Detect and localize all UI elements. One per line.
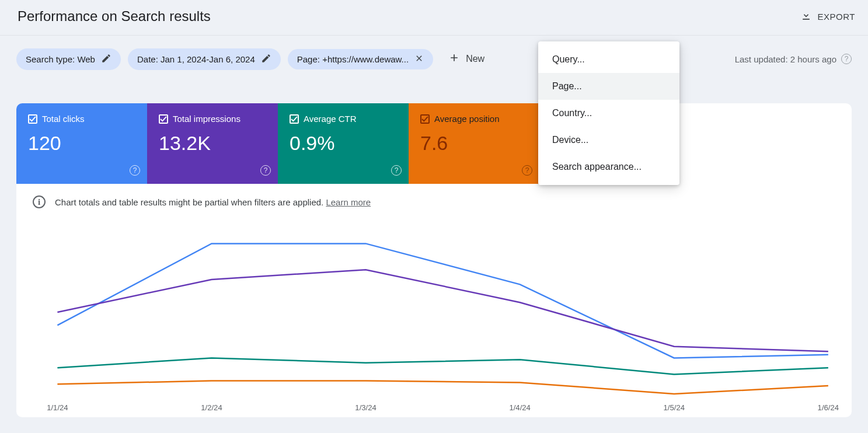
filter-chip-label: Date: Jan 1, 2024-Jan 6, 2024 <box>137 54 255 64</box>
chart-line <box>57 270 828 351</box>
metric-label: Total impressions <box>173 114 240 124</box>
metric-label: Average CTR <box>304 114 357 124</box>
page-title: Performance on Search results <box>18 8 211 25</box>
metric-value: 7.6 <box>420 132 528 155</box>
metric-card-clicks[interactable]: Total clicks 120 ? <box>16 103 147 184</box>
help-icon[interactable]: ? <box>260 165 271 176</box>
dropdown-item-device[interactable]: Device... <box>538 127 679 153</box>
chart-x-label: 1/2/24 <box>201 403 222 412</box>
help-icon[interactable]: ? <box>130 165 140 176</box>
performance-chart: 1/1/241/2/241/3/241/4/241/5/241/6/24 <box>28 225 840 417</box>
help-icon[interactable]: ? <box>391 165 402 176</box>
new-filter-label: New <box>466 54 484 64</box>
help-icon[interactable]: ? <box>522 165 532 176</box>
notice-text: Chart totals and table results might be … <box>55 197 326 207</box>
metric-card-impressions[interactable]: Total impressions 13.2K ? <box>147 103 278 184</box>
dropdown-item-query[interactable]: Query... <box>538 46 679 73</box>
chart-line <box>57 243 828 358</box>
chart-x-label: 1/4/24 <box>509 403 530 412</box>
checkbox-icon[interactable] <box>159 114 168 124</box>
dropdown-item-search-appearance[interactable]: Search appearance... <box>538 153 679 180</box>
new-filter-dropdown: Query... Page... Country... Device... Se… <box>538 41 679 185</box>
learn-more-link[interactable]: Learn more <box>326 197 371 207</box>
chart-line <box>57 381 828 394</box>
filter-chip-label: Page: +https://www.dewaw... <box>297 54 409 64</box>
filter-chip-search-type[interactable]: Search type: Web <box>16 48 121 70</box>
chart-line <box>57 358 828 374</box>
checkbox-icon[interactable] <box>28 114 37 124</box>
help-icon[interactable]: ? <box>841 54 852 64</box>
chart-x-label: 1/3/24 <box>355 403 376 412</box>
metric-label: Total clicks <box>42 114 85 124</box>
chart-x-label: 1/1/24 <box>47 403 68 412</box>
metric-card-position[interactable]: Average position 7.6 ? <box>409 103 539 184</box>
filter-chip-page[interactable]: Page: +https://www.dewaw... <box>288 49 433 69</box>
dropdown-item-page[interactable]: Page... <box>538 73 679 100</box>
pencil-icon <box>261 53 271 65</box>
pencil-icon <box>101 53 111 65</box>
filter-chip-label: Search type: Web <box>26 54 95 64</box>
info-icon: i <box>33 195 46 208</box>
partial-data-notice: Chart totals and table results might be … <box>55 197 371 207</box>
last-updated-text: Last updated: 2 hours ago <box>735 54 836 64</box>
dropdown-item-country[interactable]: Country... <box>538 100 679 127</box>
performance-card: Total clicks 120 ? Total impressions 13.… <box>16 103 852 417</box>
download-icon <box>800 10 812 23</box>
export-button[interactable]: EXPORT <box>800 10 855 23</box>
metric-label: Average position <box>434 114 499 124</box>
filter-chip-date[interactable]: Date: Jan 1, 2024-Jan 6, 2024 <box>128 48 281 70</box>
checkbox-icon[interactable] <box>420 114 430 124</box>
new-filter-button[interactable]: New <box>440 47 493 71</box>
metric-value: 13.2K <box>159 132 266 155</box>
metric-value: 120 <box>28 132 135 155</box>
metric-card-ctr[interactable]: Average CTR 0.9% ? <box>278 103 409 184</box>
metric-value: 0.9% <box>290 132 397 155</box>
close-icon[interactable] <box>414 54 424 65</box>
export-label: EXPORT <box>818 12 855 22</box>
chart-x-label: 1/5/24 <box>664 403 685 412</box>
checkbox-icon[interactable] <box>290 114 299 124</box>
last-updated: Last updated: 2 hours ago ? <box>735 54 852 64</box>
plus-icon <box>448 52 460 66</box>
chart-x-label: 1/6/24 <box>818 403 839 412</box>
